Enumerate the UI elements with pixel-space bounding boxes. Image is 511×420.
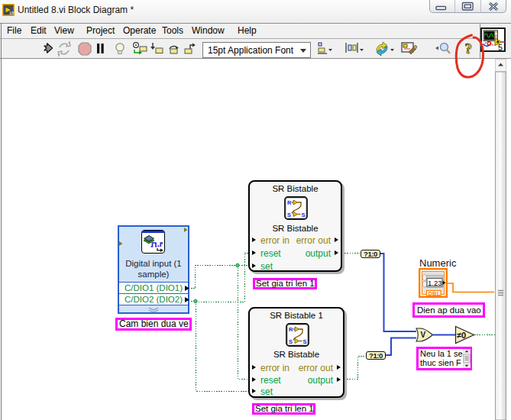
svg-text:R: R bbox=[287, 199, 292, 206]
svg-text:V: V bbox=[421, 331, 426, 339]
svg-text:≠0: ≠0 bbox=[457, 331, 466, 340]
svg-text:R: R bbox=[289, 326, 293, 333]
svg-text:DBL: DBL bbox=[429, 290, 441, 297]
svg-text:S: S bbox=[302, 212, 306, 218]
svg-text:S: S bbox=[287, 212, 291, 218]
svg-text:1.23: 1.23 bbox=[428, 279, 442, 287]
svg-text:S: S bbox=[289, 338, 293, 345]
svg-text:S: S bbox=[303, 338, 307, 345]
